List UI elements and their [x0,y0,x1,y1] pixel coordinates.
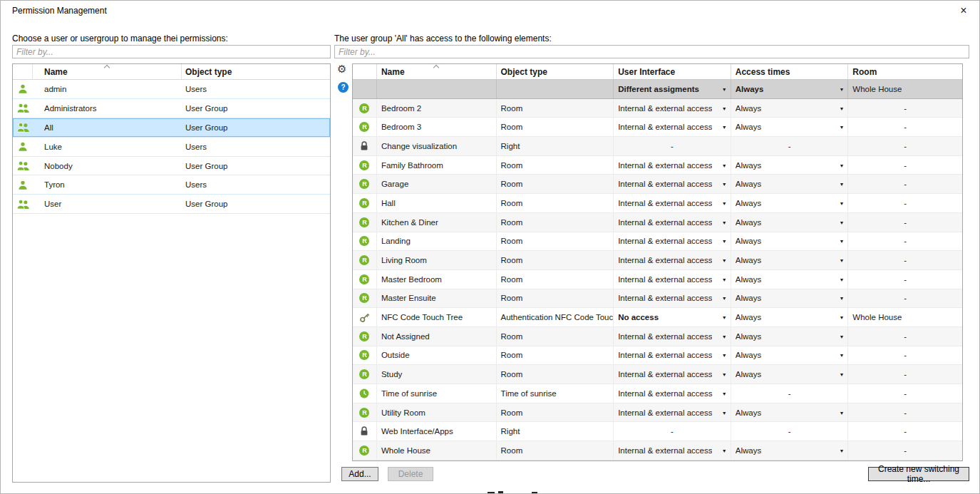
dropdown-arrow-icon[interactable]: ▼ [839,182,844,187]
name-column-header[interactable]: Name [377,64,497,79]
permission-row[interactable]: RLandingRoomInternal & external access▼A… [353,232,962,252]
user-interface-dropdown[interactable]: Internal & external access▼ [614,441,731,460]
dropdown-arrow-icon[interactable]: ▼ [839,334,844,339]
access-times-dropdown[interactable]: Always▼ [731,251,849,269]
permission-row[interactable]: RNot AssignedRoomInternal & external acc… [353,327,962,346]
access-times-dropdown[interactable]: Always▼ [731,270,849,289]
dropdown-arrow-icon[interactable]: ▼ [839,200,844,205]
access-times-dropdown[interactable]: Always▼ [731,365,849,384]
access-times-dropdown[interactable]: Always▼ [731,308,849,326]
delete-button[interactable]: Delete [388,467,433,481]
user-interface-dropdown[interactable]: Internal & external access▼ [614,289,731,308]
user-interface-dropdown[interactable]: Internal & external access▼ [614,118,731,136]
user-interface-dropdown[interactable]: Internal & external access▼ [614,346,731,365]
user-interface-dropdown[interactable]: Internal & external access▼ [614,194,731,212]
access-times-dropdown[interactable]: Always▼ [731,118,849,136]
dropdown-arrow-icon[interactable]: ▼ [722,315,727,320]
user-interface-dropdown[interactable]: Internal & external access▼ [614,99,731,118]
permission-row[interactable]: RHallRoomInternal & external access▼Alwa… [353,194,962,213]
user-interface-dropdown[interactable]: Internal & external access▼ [614,365,731,384]
access-times-dropdown[interactable]: Always▼ [731,175,849,193]
user-row[interactable]: TyronUsers [13,175,330,195]
gear-icon[interactable]: ⚙ [337,63,346,74]
permission-row[interactable]: Different assigments▼Always▼Whole House [353,80,962,99]
dropdown-arrow-icon[interactable]: ▼ [722,334,727,339]
user-interface-dropdown[interactable]: Internal & external access▼ [614,384,731,403]
permission-row[interactable]: NFC Code Touch TreeAuthentication NFC Co… [353,308,962,327]
create-switching-time-button[interactable]: Create new switching time... [868,467,969,481]
dropdown-arrow-icon[interactable]: ▼ [722,258,727,263]
dropdown-arrow-icon[interactable]: ▼ [839,296,844,301]
permission-row[interactable]: RBedroom 3RoomInternal & external access… [353,118,962,137]
user-row[interactable]: LukeUsers [13,138,330,157]
dropdown-arrow-icon[interactable]: ▼ [839,277,844,282]
user-interface-dropdown[interactable]: Internal & external access▼ [614,213,731,232]
dropdown-arrow-icon[interactable]: ▼ [722,106,727,110]
access-times-dropdown[interactable]: Always▼ [731,194,849,212]
dropdown-arrow-icon[interactable]: ▼ [839,106,844,110]
dropdown-arrow-icon[interactable]: ▼ [839,125,844,130]
dropdown-arrow-icon[interactable]: ▼ [722,163,727,168]
dropdown-arrow-icon[interactable]: ▼ [722,372,727,377]
dropdown-arrow-icon[interactable]: ▼ [722,448,727,453]
dropdown-arrow-icon[interactable]: ▼ [839,86,844,91]
access-times-dropdown[interactable]: Always▼ [731,441,849,460]
dropdown-arrow-icon[interactable]: ▼ [839,163,844,168]
dropdown-arrow-icon[interactable]: ▼ [722,182,727,187]
dropdown-arrow-icon[interactable]: ▼ [722,220,727,225]
access-times-dropdown[interactable]: Always▼ [731,403,849,422]
permission-row[interactable]: RGarageRoomInternal & external access▼Al… [353,175,962,194]
access-times-dropdown[interactable]: Always▼ [731,232,849,251]
user-interface-dropdown[interactable]: No access▼ [614,308,731,326]
permission-row[interactable]: ROutsideRoomInternal & external access▼A… [353,346,962,366]
permission-row[interactable]: Change visualizationRight--- [353,137,962,156]
permission-row[interactable]: RFamily BathroomRoomInternal & external … [353,156,962,175]
permission-row[interactable]: RUtility RoomRoomInternal & external acc… [353,403,962,423]
dropdown-arrow-icon[interactable]: ▼ [839,353,844,358]
dropdown-arrow-icon[interactable]: ▼ [722,353,727,358]
user-interface-dropdown[interactable]: Different assigments▼ [614,80,731,98]
user-row[interactable]: UserUser Group [13,195,330,214]
dropdown-arrow-icon[interactable]: ▼ [722,86,727,91]
dropdown-arrow-icon[interactable]: ▼ [839,239,844,244]
object-type-column-header[interactable]: Object type [182,64,330,79]
permission-row[interactable]: RMaster EnsuiteRoomInternal & external a… [353,289,962,309]
dropdown-arrow-icon[interactable]: ▼ [839,258,844,263]
access-times-dropdown[interactable]: Always▼ [731,156,849,175]
name-column-header[interactable]: Name [33,64,182,79]
user-interface-dropdown[interactable]: Internal & external access▼ [614,232,731,251]
permission-row[interactable]: RBedroom 2RoomInternal & external access… [353,99,962,118]
dropdown-arrow-icon[interactable]: ▼ [839,448,844,453]
user-row[interactable]: AllUser Group [13,118,330,138]
user-row[interactable]: adminUsers [13,80,330,99]
permission-row[interactable]: RStudyRoomInternal & external access▼Alw… [353,365,962,384]
user-row[interactable]: NobodyUser Group [13,157,330,176]
access-times-column-header[interactable]: Access times [731,64,849,79]
permission-row[interactable]: RMaster BedroomRoomInternal & external a… [353,270,962,289]
dropdown-arrow-icon[interactable]: ▼ [722,296,727,301]
permission-row[interactable]: RLiving RoomRoomInternal & external acce… [353,251,962,270]
access-times-dropdown[interactable]: Always▼ [731,346,849,365]
close-icon[interactable]: × [955,3,972,19]
user-interface-dropdown[interactable]: Internal & external access▼ [614,403,731,422]
dropdown-arrow-icon[interactable]: ▼ [839,220,844,225]
object-type-column-header[interactable]: Object type [497,64,614,79]
dropdown-arrow-icon[interactable]: ▼ [722,277,727,282]
user-interface-dropdown[interactable]: Internal & external access▼ [614,251,731,269]
access-times-dropdown[interactable]: Always▼ [731,213,849,232]
dropdown-arrow-icon[interactable]: ▼ [839,410,844,415]
user-row[interactable]: AdministratorsUser Group [13,99,330,118]
dropdown-arrow-icon[interactable]: ▼ [722,239,727,244]
dropdown-arrow-icon[interactable]: ▼ [722,200,727,205]
permission-row[interactable]: Web Interface/AppsRight--- [353,422,962,441]
user-interface-dropdown[interactable]: Internal & external access▼ [614,175,731,193]
access-times-dropdown[interactable]: Always▼ [731,80,849,98]
permission-row[interactable]: RKitchen & DinerRoomInternal & external … [353,213,962,232]
dropdown-arrow-icon[interactable]: ▼ [722,125,727,130]
user-interface-dropdown[interactable]: Internal & external access▼ [614,270,731,289]
user-interface-column-header[interactable]: User Interface [614,64,731,79]
access-times-dropdown[interactable]: Always▼ [731,327,849,346]
add-button[interactable]: Add... [341,467,378,481]
help-icon[interactable]: ? [338,82,349,93]
access-times-dropdown[interactable]: Always▼ [731,289,849,308]
